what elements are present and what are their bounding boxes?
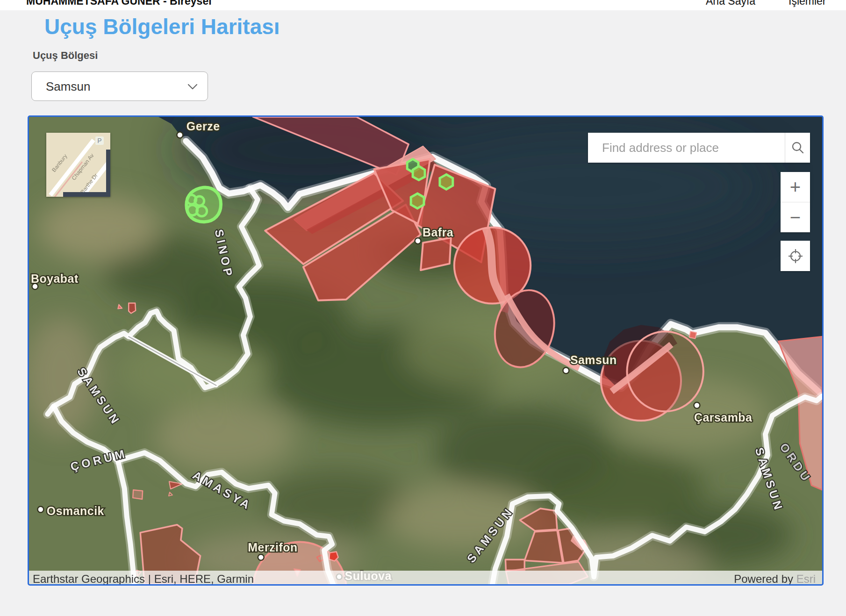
- top-bar: MUHAMMETSAFA GÜNER - Bireysel Ana Sayfa …: [0, 0, 846, 10]
- zone-green-hex-3[interactable]: [411, 193, 424, 208]
- zoom-in-button[interactable]: +: [781, 172, 810, 202]
- city-label-osmancik: Osmancik: [47, 504, 104, 517]
- inset-dark-edge: [106, 150, 110, 197]
- city-label-boyabat: Boyabat: [31, 272, 79, 285]
- zone-small-rect[interactable]: [129, 303, 136, 314]
- city-dot-bafra: [415, 238, 421, 244]
- zone-green-hex-2[interactable]: [413, 166, 425, 180]
- flight-zone-label: Uçuş Bölgesi: [33, 50, 98, 62]
- city-label-samsun: Samsun: [570, 353, 617, 366]
- map-container: SINOP SAMSUN SAMSUN SAMSUN ORDU ÇORUM AM…: [28, 115, 824, 586]
- city-dot-carsamba: [694, 402, 700, 408]
- city-dot-osmancik: [37, 506, 43, 512]
- powered-by-text: Powered by: [734, 573, 793, 585]
- locate-icon: [787, 248, 804, 265]
- search-icon: [791, 141, 805, 155]
- search-input[interactable]: [588, 133, 785, 163]
- city-dot-samsun: [563, 367, 569, 373]
- city-dot-merzifon: [258, 554, 264, 560]
- powered-by-esri-link[interactable]: Esri: [796, 573, 816, 585]
- page-title: Uçuş Bölgeleri Haritası: [44, 14, 280, 39]
- zone-bafra-diamond[interactable]: [421, 237, 451, 270]
- powered-by: Powered by Esri: [734, 573, 822, 586]
- city-label-bafra: Bafra: [423, 226, 453, 239]
- inset-dark-edge: [63, 192, 110, 197]
- city-label-merzifon: Merzifon: [248, 541, 297, 554]
- city-label-gerze: Gerze: [186, 120, 220, 133]
- user-name: MUHAMMETSAFA GÜNER - Bireysel: [26, 0, 212, 7]
- zone-green-ring-4[interactable]: [197, 206, 207, 216]
- nav-home-link[interactable]: Ana Sayfa: [706, 0, 755, 7]
- zoom-out-button[interactable]: −: [781, 202, 810, 232]
- zoom-control: + −: [781, 172, 810, 232]
- flight-zone-select-wrap: Samsun: [31, 72, 208, 101]
- zone-tiny-square[interactable]: [689, 331, 696, 338]
- zone-amasya-diamond[interactable]: [133, 490, 143, 499]
- parking-icon: P: [95, 136, 104, 145]
- flight-zones-page: MUHAMMETSAFA GÜNER - Bireysel Ana Sayfa …: [0, 0, 846, 616]
- map-attribution: Earthstar Geographics | Esri, HERE, Garm…: [29, 571, 822, 586]
- locate-button[interactable]: [781, 241, 810, 271]
- inset-road-label: Banbury: [50, 153, 69, 173]
- city-dot-gerze: [177, 132, 183, 138]
- city-label-carsamba: Çarsamba: [694, 411, 752, 424]
- nav-islemler-link[interactable]: İşlemler: [789, 0, 826, 7]
- map-search: [588, 133, 810, 163]
- search-button[interactable]: [785, 133, 810, 163]
- zone-green-hex-4[interactable]: [440, 174, 453, 189]
- map-canvas[interactable]: SINOP SAMSUN SAMSUN SAMSUN ORDU ÇORUM AM…: [29, 117, 822, 584]
- flight-zone-select[interactable]: Samsun: [31, 72, 208, 101]
- zone-green-ring-2[interactable]: [195, 196, 204, 206]
- basemap-toggle[interactable]: Banbury Chapman Av Barthe Dr P: [46, 133, 110, 197]
- attribution-sources: Earthstar Geographics | Esri, HERE, Garm…: [29, 573, 254, 586]
